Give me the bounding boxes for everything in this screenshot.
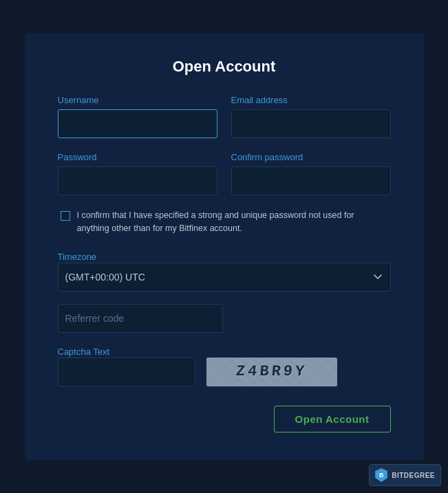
form-card: Open Account Username Email address Pass… [25,33,424,460]
timezone-label: Timezone [58,252,97,262]
email-label: Email address [231,95,391,105]
name-email-row: Username Email address [58,95,391,138]
checkbox-row: I confirm that I have specified a strong… [58,209,391,235]
page-title: Open Account [58,58,391,76]
email-group: Email address [231,95,391,138]
username-group: Username [58,95,217,138]
email-input[interactable] [231,109,391,138]
password-label: Password [58,152,217,162]
password-input[interactable] [58,166,217,195]
password-group: Password [58,152,217,195]
submit-row: Open Account [58,406,391,432]
checkbox-label: I confirm that I have specified a strong… [77,209,388,235]
captcha-label: Captcha Text [58,347,110,357]
bitdegree-label: BITDEGREE [392,472,435,479]
captcha-input[interactable] [58,358,195,386]
username-label: Username [58,95,217,105]
page-container: Open Account Username Email address Pass… [0,0,448,493]
captcha-image: Z4BR9Y [206,358,337,386]
confirm-password-group: Confirm password [231,152,391,195]
bitdegree-badge: B BITDEGREE [369,464,441,486]
captcha-text: Z4BR9Y [235,363,308,380]
referrer-input[interactable] [58,304,223,333]
password-row: Password Confirm password [58,152,391,195]
captcha-row: Z4BR9Y [58,358,391,386]
confirm-password-input[interactable] [231,166,391,195]
captcha-section: Captcha Text Z4BR9Y [58,345,391,386]
password-confirm-checkbox[interactable] [61,211,70,221]
confirm-password-label: Confirm password [231,152,391,162]
open-account-button[interactable]: Open Account [274,406,391,432]
username-input[interactable] [58,109,217,138]
timezone-group: Timezone (GMT+00:00) UTC (GMT-12:00) Int… [58,250,391,292]
bitdegree-shield-icon: B [375,468,387,482]
timezone-select[interactable]: (GMT+00:00) UTC (GMT-12:00) Internationa… [58,263,391,292]
